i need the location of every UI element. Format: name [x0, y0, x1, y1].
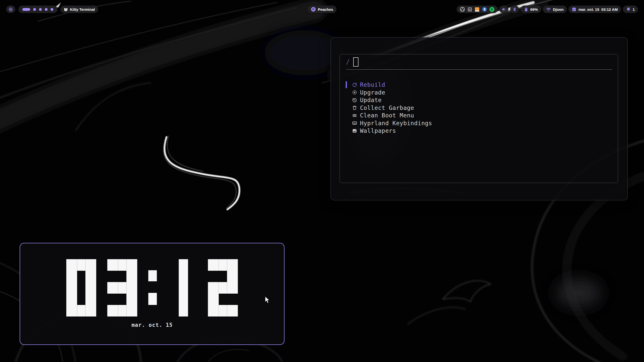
- wifi-icon: [546, 7, 551, 12]
- gear-icon: [8, 7, 13, 12]
- launcher-button[interactable]: [6, 6, 15, 13]
- calendar-icon: [572, 7, 576, 12]
- spotify-badge-tray-icon[interactable]: [489, 7, 495, 12]
- menu-item-label: Collect Garbage: [360, 105, 414, 111]
- media-track-title: Peaches: [318, 7, 333, 12]
- battery-percentage: 69%: [530, 7, 538, 12]
- image-icon: [352, 128, 357, 133]
- selection-indicator: [346, 89, 347, 96]
- keyboard-icon: [352, 121, 357, 125]
- battery-icon: [524, 7, 528, 12]
- bluetooth-badge-tray-icon[interactable]: [482, 7, 487, 12]
- menu-item-collect-garbage[interactable]: Collect Garbage: [340, 104, 618, 112]
- workspace-dot-3[interactable]: [39, 8, 42, 11]
- history-icon: [352, 98, 357, 103]
- menu-item-clean-boot-menu[interactable]: Clean Boot Menu: [340, 112, 618, 119]
- datetime-pill[interactable]: mar. oct. 15 03:12 AM: [569, 6, 621, 13]
- menu-item-update[interactable]: Update: [340, 96, 618, 104]
- menu-item-hyprland-keybindings[interactable]: Hyprland Keybindings: [340, 119, 618, 127]
- trash-icon: [352, 105, 357, 110]
- workspace-dot-4[interactable]: [45, 8, 48, 11]
- clock-date: mar. oct. 15: [20, 322, 284, 328]
- battery-pill[interactable]: 69%: [521, 6, 541, 13]
- spotify-icon: [311, 7, 316, 12]
- notebook-tray-icon[interactable]: [474, 7, 480, 12]
- list-icon: [352, 113, 357, 118]
- menu-item-label: Wallpapers: [360, 127, 396, 134]
- search-prompt: /: [346, 58, 350, 66]
- menu-item-label: Hyprland Keybindings: [360, 120, 432, 126]
- selection-indicator: [346, 127, 347, 134]
- svg-text:K: K: [469, 8, 471, 11]
- cat-icon: [64, 7, 68, 12]
- text-cursor: [353, 57, 358, 67]
- obs-tray-icon[interactable]: [460, 7, 465, 12]
- clock-colon: [148, 259, 157, 316]
- selection-indicator: [346, 120, 347, 127]
- bluetooth-icon: [512, 7, 517, 12]
- desktop: Kitty Terminal Peaches K 69% Djoo: [0, 0, 644, 362]
- selection-indicator: [346, 112, 347, 119]
- system-tray: K: [457, 6, 498, 13]
- launcher-panel: / Rebuild Upgrade Update: [331, 37, 628, 200]
- clock-digit-3: [107, 259, 137, 316]
- workspace-dot-2[interactable]: [33, 8, 36, 11]
- menu-item-upgrade[interactable]: Upgrade: [340, 89, 618, 97]
- bluetooth-pill[interactable]: [510, 6, 519, 13]
- k-app-tray-icon[interactable]: K: [467, 7, 472, 12]
- refresh-icon: [352, 82, 357, 87]
- notifications-pill[interactable]: 1: [623, 6, 638, 13]
- menu-item-label: Clean Boot Menu: [360, 112, 414, 119]
- selection-indicator: [346, 97, 347, 104]
- media-player-pill[interactable]: Peaches: [308, 6, 337, 13]
- menu-item-label: Update: [360, 97, 382, 103]
- wifi-pill[interactable]: Djoon: [543, 6, 567, 13]
- clock-digit-2: [208, 259, 238, 316]
- notification-count: 1: [633, 7, 635, 12]
- clock-digit-0: [66, 259, 96, 316]
- clock-widget: mar. oct. 15: [20, 243, 285, 345]
- wifi-network-name: Djoon: [553, 7, 564, 12]
- active-window-title: Kitty Terminal: [70, 7, 95, 12]
- bell-icon: [626, 7, 631, 12]
- active-window-pill[interactable]: Kitty Terminal: [60, 6, 98, 13]
- search-separator: [346, 69, 612, 70]
- workspace-dot-5[interactable]: [51, 8, 53, 11]
- search-input[interactable]: /: [346, 54, 358, 69]
- workspaces-widget: [18, 6, 57, 13]
- speaker-icon: [502, 7, 506, 12]
- launcher-inner-box: / Rebuild Upgrade Update: [340, 54, 618, 183]
- menu-item-label: Rebuild: [360, 81, 385, 88]
- mouse-cursor: [265, 296, 271, 304]
- menu-item-wallpapers[interactable]: Wallpapers: [340, 127, 618, 135]
- clock-time-display: [66, 259, 238, 316]
- launcher-menu-list: Rebuild Upgrade Update Collect Garbage: [340, 81, 618, 135]
- volume-pill[interactable]: [499, 6, 508, 13]
- workspace-dot-1[interactable]: [22, 8, 30, 11]
- selection-indicator: [346, 104, 347, 111]
- menu-item-label: Upgrade: [360, 89, 385, 96]
- menu-item-rebuild[interactable]: Rebuild: [340, 81, 618, 89]
- datetime-text: mar. oct. 15 03:12 AM: [578, 7, 618, 12]
- clock-digit-1: [179, 259, 188, 316]
- selection-indicator: [346, 81, 347, 88]
- download-circle-icon: [352, 90, 357, 95]
